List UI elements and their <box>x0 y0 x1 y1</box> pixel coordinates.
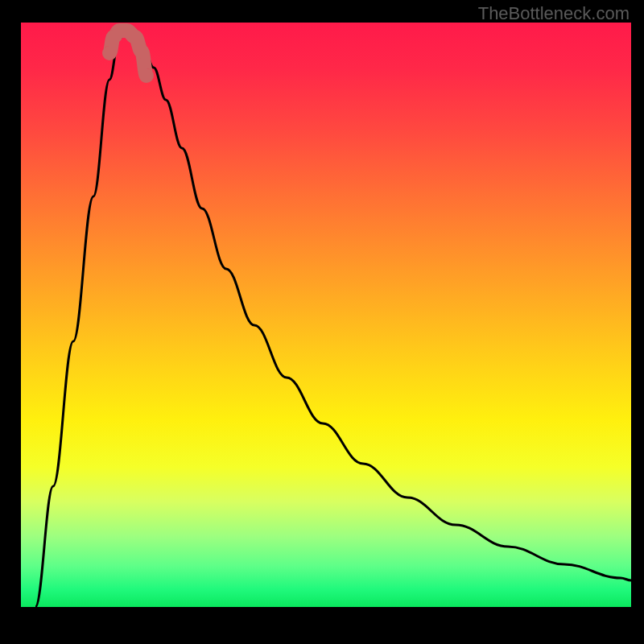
watermark-text: TheBottleneck.com <box>478 3 630 24</box>
bottleneck-curve-path <box>35 32 631 607</box>
chart-svg <box>21 23 631 607</box>
chart-gradient-area <box>21 23 631 607</box>
marker-j-path <box>109 31 147 76</box>
